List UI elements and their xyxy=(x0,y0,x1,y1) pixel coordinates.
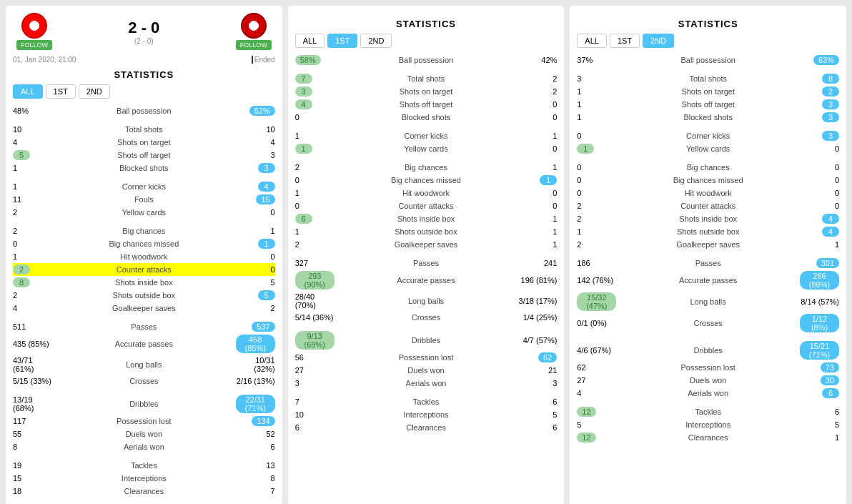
stat-row: 117Possession lost134 xyxy=(13,415,275,428)
spacer xyxy=(295,324,558,330)
stat-label: Accurate passes xyxy=(616,276,800,285)
spacer xyxy=(577,400,839,405)
stat-row: 0/1 (0%)Crosses1/12 (8%) xyxy=(577,312,839,334)
stat-row: 327Passes241 xyxy=(295,257,558,270)
stat-label: Counter attacks xyxy=(335,202,518,210)
tab-1st-2[interactable]: 1ST xyxy=(327,34,357,48)
stat-val-right: 3 xyxy=(517,379,557,387)
stat-label: Goalkeeper saves xyxy=(52,304,236,312)
stat-val-left: 6 xyxy=(295,214,335,224)
stat-badge-left: 2 xyxy=(13,265,30,275)
stat-val-left: 15 xyxy=(13,474,52,483)
stat-label: Interceptions xyxy=(52,474,236,483)
tab-all-1[interactable]: ALL xyxy=(13,84,43,99)
stat-val-left: 0 xyxy=(295,202,335,210)
stat-label: Big chances missed xyxy=(616,176,800,184)
stat-val-right: 6 xyxy=(236,443,275,451)
stat-val-right: 1 xyxy=(517,214,557,223)
stat-row: 0Big chances missed0 xyxy=(577,174,839,187)
stat-label: Total shots xyxy=(335,74,518,83)
tab-all-3[interactable]: ALL xyxy=(577,34,607,48)
stat-label: Shots on target xyxy=(616,87,800,96)
stat-badge-left: 1 xyxy=(295,144,312,154)
follow-btn-team1[interactable]: FOLLOW xyxy=(16,40,52,50)
match-info: 01. Jan 2020, 21:00 Ended xyxy=(13,56,275,64)
stat-val-left: 5/14 (36%) xyxy=(295,313,335,322)
stat-val-right: 13 xyxy=(236,461,275,470)
stat-row: 186Passes301 xyxy=(577,257,839,270)
stat-row: 37%Ball possession63% xyxy=(577,54,839,66)
match-header: FOLLOW 2 - 0 (2 - 0) FOLLOW xyxy=(13,13,275,50)
stat-label: Aerials won xyxy=(52,443,236,451)
stat-badge-right: 3 xyxy=(822,131,839,141)
spacer xyxy=(13,315,275,320)
stat-row: 48%Ball possession52% xyxy=(13,104,275,117)
stat-val-right: 1 xyxy=(800,433,839,442)
stat-label: Tackles xyxy=(335,397,518,406)
stat-row: 27Duels won21 xyxy=(295,364,558,377)
tab-2nd-1[interactable]: 2ND xyxy=(79,84,110,99)
stat-val-right: 266 (88%) xyxy=(800,271,839,290)
stat-label: Hit woodwork xyxy=(52,252,236,261)
stat-val-left: 19 xyxy=(13,461,52,470)
stat-row: 12Clearances1 xyxy=(577,431,839,444)
tab-1st-3[interactable]: 1ST xyxy=(610,34,640,48)
stat-val-right: 62 xyxy=(517,352,557,362)
stat-badge-right: 30 xyxy=(821,375,839,385)
stat-label: Hit woodwork xyxy=(616,189,800,197)
panel3: STATISTICS ALL 1ST 2ND 37%Ball possessio… xyxy=(570,6,846,504)
stat-val-left: 2 xyxy=(577,214,616,223)
stat-val-right: 4 xyxy=(800,227,839,237)
stat-label: Big chances missed xyxy=(52,239,236,248)
tab-2nd-2[interactable]: 2ND xyxy=(360,34,392,48)
stat-label: Yellow cards xyxy=(616,144,800,153)
spacer xyxy=(577,334,839,340)
stat-row: 2Counter attacks0 xyxy=(13,263,275,276)
tab-1st-1[interactable]: 1ST xyxy=(46,84,76,99)
stat-val-left: 2 xyxy=(295,163,335,172)
spacer xyxy=(577,124,839,129)
follow-btn-team2[interactable]: FOLLOW xyxy=(236,40,272,50)
panel3-stat-rows: 37%Ball possession63%3Total shots81Shots… xyxy=(577,54,839,444)
stat-row: 10Interceptions5 xyxy=(295,408,558,421)
stat-badge-left: 7 xyxy=(295,74,312,84)
stat-row: 1Blocked shots3 xyxy=(577,111,839,124)
stat-row: 6Shots inside box1 xyxy=(295,212,558,225)
tab-all-2[interactable]: ALL xyxy=(295,34,325,48)
stat-row: 1Yellow cards0 xyxy=(295,142,558,155)
stat-row: 9/13 (69%)Dribbles4/7 (57%) xyxy=(295,330,558,351)
panel2: STATISTICS ALL 1ST 2ND 58%Ball possessio… xyxy=(288,6,565,504)
stat-label: Shots on target xyxy=(335,87,518,96)
stat-badge-left: 8 xyxy=(13,277,30,287)
stat-val-left: 28/40 (70%) xyxy=(295,292,335,310)
stat-val-right: 1/4 (25%) xyxy=(517,313,557,322)
stat-label: Clearances xyxy=(616,433,800,442)
tab-2nd-3[interactable]: 2ND xyxy=(643,34,674,48)
panel2-tabs: ALL 1ST 2ND xyxy=(295,34,558,48)
stat-label: Hit woodwork xyxy=(335,189,518,197)
stat-val-right: 0 xyxy=(517,189,557,197)
stat-row: 7Total shots2 xyxy=(295,72,558,85)
stat-val-left: 3 xyxy=(577,74,616,83)
stat-row: 2Big chances1 xyxy=(13,224,275,237)
stat-row: 0Big chances missed1 xyxy=(295,174,558,187)
stat-label: Ball possession xyxy=(52,107,236,115)
stat-val-right: 2 xyxy=(236,304,275,312)
stat-val-left: 5 xyxy=(577,420,616,429)
stat-val-left: 511 xyxy=(13,322,52,331)
stat-val-left: 12 xyxy=(577,433,616,443)
stat-label: Big chances xyxy=(52,227,236,235)
stat-label: Shots outside box xyxy=(52,291,236,300)
stat-row: 62Possession lost73 xyxy=(577,361,839,374)
stat-label: Crosses xyxy=(52,377,236,385)
stat-row: 4Goalkeeper saves2 xyxy=(13,302,275,315)
spacer xyxy=(13,453,275,459)
stat-row: 2Goalkeeper saves1 xyxy=(295,238,558,251)
stat-val-left: 142 (76%) xyxy=(577,276,616,285)
stat-val-right: 5 xyxy=(236,290,275,300)
stat-label: Shots off target xyxy=(335,100,518,109)
stat-label: Shots inside box xyxy=(616,214,800,223)
stat-label: Fouls xyxy=(52,195,236,204)
stat-val-right: 3 xyxy=(800,112,839,122)
stat-val-left: 18 xyxy=(13,487,52,495)
